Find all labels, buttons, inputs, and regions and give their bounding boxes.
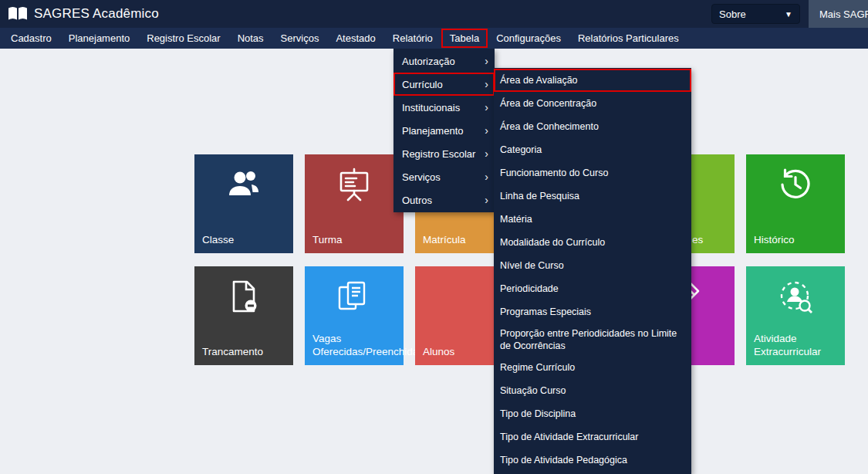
tabela-menu-item-autorizacao[interactable]: Autorização› [393,49,495,73]
tile-trancamento[interactable]: Trancamento [194,266,293,365]
chevron-down-icon: ▼ [785,10,792,19]
tile-label: Classe [202,234,289,247]
menu-item-label: Institucionais [402,102,460,113]
tile-label: Atividade Extracurricular [754,333,840,359]
curriculo-submenu-item-funcionamento-do-curso[interactable]: Funcionamento do Curso [494,161,691,185]
book-logo-icon [8,6,28,22]
tile-atividade-extracurricular[interactable]: Atividade Extracurricular [746,266,845,365]
tile-label: Turma [312,234,399,247]
curriculo-submenu-item-periodicidade[interactable]: Periodicidade [494,277,691,300]
menu-item-servicos[interactable]: Serviços [272,29,328,48]
curriculo-submenu-item-situacao-curso[interactable]: Situação Curso [494,380,691,403]
menu-item-relatorios-particulares[interactable]: Relatórios Particulares [569,29,687,48]
menu-item-label: Planejamento [402,125,464,137]
sobre-dropdown[interactable]: Sobre ▼ [711,4,800,24]
curriculo-submenu-item-regime-curriculo[interactable]: Regime Currículo [494,357,691,380]
menu-item-registro-escolar[interactable]: Registro Escolar [138,29,228,48]
documents-icon [336,278,373,318]
chevron-right-icon: › [485,55,488,67]
main-area: ClasseTurmaMatrículaesHistóricoTrancamen… [0,49,868,474]
menu-item-label: Outros [402,195,432,206]
tabela-menu-item-outros[interactable]: Outros› [393,188,495,212]
menu-item-cadastro[interactable]: Cadastro [2,29,60,48]
chevron-right-icon: › [485,194,488,206]
tabela-menu-item-servicos[interactable]: Serviços› [393,165,495,188]
curriculo-submenu-item-tipo-de-atividade-pedagogica[interactable]: Tipo de Atividade Pedagógica [494,449,691,472]
menu-item-label: Registro Escolar [402,148,475,160]
chevron-right-icon: › [485,124,488,137]
chevron-right-icon: › [485,78,488,90]
curriculo-submenu-item-materia[interactable]: Matéria [494,208,691,231]
people-icon [225,166,262,206]
tabela-menu-item-institucionais[interactable]: Institucionais› [393,96,495,119]
mais-sagres-button[interactable]: Mais SAGRES [809,0,868,28]
top-bar: SAGRES Acadêmico Sobre ▼ Mais SAGRES [0,0,868,28]
menu-bar: CadastroPlanejamentoRegistro EscolarNota… [0,28,868,49]
document-minus-icon [225,278,262,318]
tile-label: Histórico [754,234,840,247]
menu-item-atestado[interactable]: Atestado [327,29,383,48]
menu-item-configuracoes[interactable]: Configurações [488,29,569,48]
curriculo-submenu: Área de AvaliaçãoÁrea de ConcentraçãoÁre… [494,68,691,474]
chevron-right-icon: › [485,101,488,113]
tile-turma[interactable]: Turma [305,154,404,253]
tile-vagas-oferecidas-preenchidas[interactable]: Vagas Oferecidas/Preenchidas [305,266,404,365]
tabela-menu-item-curriculo[interactable]: Currículo› [393,73,495,96]
history-icon [777,166,814,206]
curriculo-submenu-item-tipo-de-atividade-extracurricular[interactable]: Tipo de Atividade Extracurricular [494,426,691,449]
menu-item-label: Autorização [402,56,455,67]
menu-item-label: Serviços [402,171,441,183]
app-title: SAGRES Acadêmico [34,6,159,22]
curriculo-submenu-item-proporcao-entre-periodicidades-no-limite-de-ocorrencias[interactable]: Proporção entre Periodicidades no Limite… [494,323,691,357]
sobre-label: Sobre [719,8,746,20]
tile-label: es [692,234,730,247]
curriculo-submenu-item-nivel-de-curso[interactable]: Nível de Curso [494,254,691,277]
curriculo-submenu-item-programas-especiais[interactable]: Programas Especiais [494,300,691,323]
tile-historico[interactable]: Histórico [746,154,845,253]
menu-item-notas[interactable]: Notas [229,29,272,48]
menu-item-relatorio[interactable]: Relatório [384,29,441,48]
tile-classe[interactable]: Classe [194,154,293,253]
activity-search-icon [777,278,814,318]
tabela-menu-item-planejamento[interactable]: Planejamento› [393,119,495,142]
tile-label: Vagas Oferecidas/Preenchidas [312,333,399,359]
curriculo-submenu-item-area-de-concentracao[interactable]: Área de Concentração [494,92,691,115]
menu-item-planejamento[interactable]: Planejamento [60,29,139,48]
curriculo-submenu-item-area-de-avaliacao[interactable]: Área de Avaliação [494,69,691,92]
tabela-dropdown: Autorização›Currículo›Institucionais›Pla… [393,49,495,212]
curriculo-submenu-item-area-de-conhecimento[interactable]: Área de Conhecimento [494,115,691,138]
tabela-menu-item-registro-escolar[interactable]: Registro Escolar› [393,142,495,165]
chevron-right-icon: › [485,147,488,160]
chevron-right-icon: › [485,171,488,183]
curriculo-submenu-item-modalidade-do-curriculo[interactable]: Modalidade do Currículo [494,231,691,254]
presentation-icon [336,166,373,206]
menu-item-tabela[interactable]: Tabela [441,29,488,48]
menu-item-label: Currículo [402,79,443,90]
curriculo-submenu-item-categoria[interactable]: Categoria [494,138,691,161]
curriculo-submenu-item-tipo-de-disciplina[interactable]: Tipo de Disciplina [494,403,691,426]
tile-label: Trancamento [202,346,289,359]
curriculo-submenu-item-linha-de-pesquisa[interactable]: Linha de Pesquisa [494,185,691,208]
